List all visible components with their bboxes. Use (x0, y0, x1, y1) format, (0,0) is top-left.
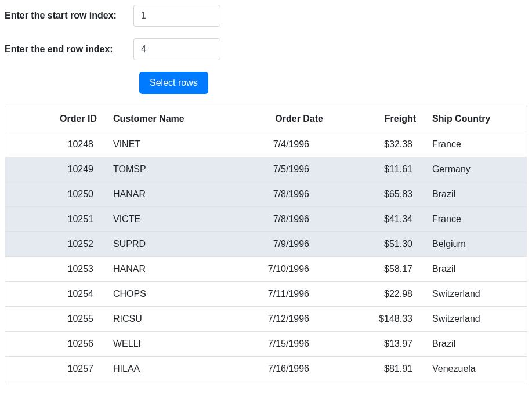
cell-country: Switzerland (421, 282, 513, 306)
table-row[interactable]: 10255RICSU7/12/1996$148.33Switzerland (5, 306, 527, 331)
table-row[interactable]: 10248VINET7/4/1996$32.38France (5, 132, 527, 157)
cell-country: Venezuela (421, 357, 513, 381)
cell-customer: VINET (102, 132, 223, 157)
table-row[interactable]: 10252SUPRD7/9/1996$51.30Belgium (5, 231, 527, 256)
grid-header-row: Order ID Customer Name Order Date Freigh… (5, 106, 527, 132)
start-index-input[interactable] (133, 5, 220, 27)
cell-country: Brazil (421, 182, 513, 206)
table-row[interactable]: 10250HANAR7/8/1996$65.83Brazil (5, 182, 527, 206)
cell-freight: $41.34 (328, 207, 421, 231)
cell-orderid: 10257 (5, 357, 102, 381)
cell-customer: SUPRD (102, 232, 223, 256)
cell-country: Brazil (421, 257, 513, 281)
cell-country: Belgium (421, 232, 513, 256)
cell-country: Switzerland (421, 307, 513, 331)
cell-freight: $51.30 (328, 232, 421, 256)
cell-date: 7/8/1996 (223, 182, 328, 206)
cell-freight: $65.83 (328, 182, 421, 206)
orders-grid: Order ID Customer Name Order Date Freigh… (5, 106, 527, 383)
cell-customer: WELLI (102, 332, 223, 356)
cell-date: 7/12/1996 (223, 307, 328, 331)
cell-country: France (421, 132, 513, 157)
col-header-date[interactable]: Order Date (223, 106, 328, 132)
end-index-row: Enter the end row index: (5, 38, 527, 60)
cell-customer: TOMSP (102, 157, 223, 182)
cell-orderid: 10255 (5, 307, 102, 331)
cell-orderid: 10250 (5, 182, 102, 206)
cell-customer: HANAR (102, 182, 223, 206)
select-rows-button[interactable]: Select rows (139, 72, 208, 94)
cell-country: Germany (421, 157, 513, 182)
table-row[interactable]: 10256WELLI7/15/1996$13.97Brazil (5, 331, 527, 356)
cell-customer: HANAR (102, 257, 223, 281)
cell-orderid: 10248 (5, 132, 102, 157)
cell-freight: $148.33 (328, 307, 421, 331)
cell-freight: $13.97 (328, 332, 421, 356)
table-row[interactable]: 10257HILAA7/16/1996$81.91Venezuela (5, 356, 527, 381)
cell-date: 7/9/1996 (223, 232, 328, 256)
start-index-label: Enter the start row index: (5, 10, 133, 21)
cell-orderid: 10256 (5, 332, 102, 356)
grid-body[interactable]: 10248VINET7/4/1996$32.38France10249TOMSP… (5, 132, 527, 383)
table-row[interactable]: 10251VICTE7/8/1996$41.34France (5, 206, 527, 231)
cell-orderid: 10254 (5, 282, 102, 306)
cell-freight: $11.61 (328, 157, 421, 182)
table-row[interactable]: 10249TOMSP7/5/1996$11.61Germany (5, 157, 527, 182)
table-row[interactable]: 10254CHOPS7/11/1996$22.98Switzerland (5, 281, 527, 306)
cell-freight: $32.38 (328, 132, 421, 157)
cell-country: Brazil (421, 332, 513, 356)
table-row[interactable]: 10253HANAR7/10/1996$58.17Brazil (5, 256, 527, 281)
end-index-label: Enter the end row index: (5, 44, 133, 55)
cell-country: France (421, 207, 513, 231)
cell-orderid: 10253 (5, 257, 102, 281)
cell-date: 7/15/1996 (223, 332, 328, 356)
cell-date: 7/11/1996 (223, 282, 328, 306)
cell-date: 7/10/1996 (223, 257, 328, 281)
col-header-orderid[interactable]: Order ID (5, 106, 102, 132)
cell-orderid: 10252 (5, 232, 102, 256)
cell-customer: RICSU (102, 307, 223, 331)
cell-date: 7/5/1996 (223, 157, 328, 182)
cell-customer: CHOPS (102, 282, 223, 306)
end-index-input[interactable] (133, 38, 220, 60)
start-index-row: Enter the start row index: (5, 5, 527, 27)
cell-orderid: 10251 (5, 207, 102, 231)
cell-customer: HILAA (102, 357, 223, 381)
cell-freight: $22.98 (328, 282, 421, 306)
button-row: Select rows (5, 72, 527, 94)
cell-orderid: 10249 (5, 157, 102, 182)
cell-freight: $81.91 (328, 357, 421, 381)
cell-freight: $58.17 (328, 257, 421, 281)
cell-date: 7/16/1996 (223, 357, 328, 381)
cell-date: 7/4/1996 (223, 132, 328, 157)
col-header-freight[interactable]: Freight (328, 106, 421, 132)
cell-customer: VICTE (102, 207, 223, 231)
cell-date: 7/8/1996 (223, 207, 328, 231)
col-header-customer[interactable]: Customer Name (102, 106, 223, 132)
col-header-country[interactable]: Ship Country (421, 106, 513, 132)
